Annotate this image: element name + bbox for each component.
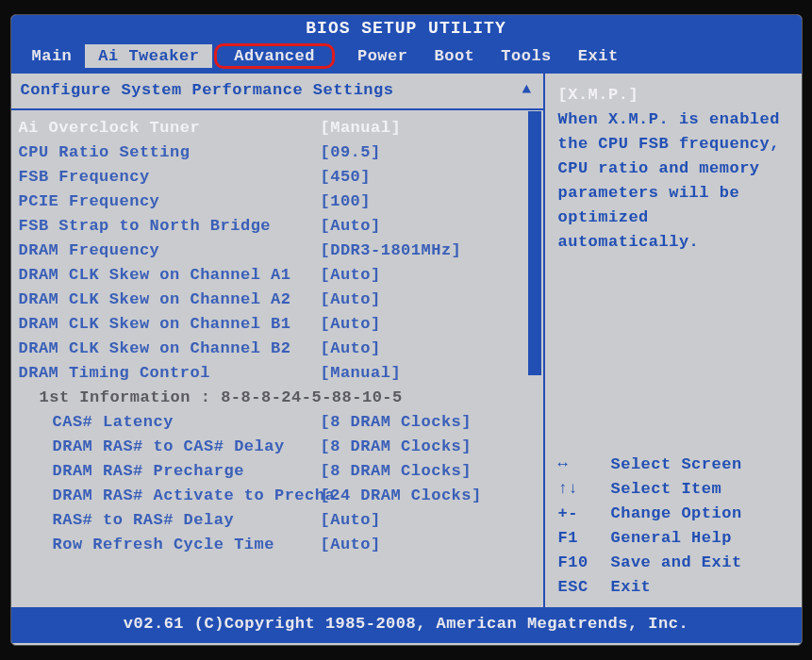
setting-ai-overclock-tuner[interactable]: Ai Overclock Tuner [Manual] bbox=[19, 116, 538, 140]
setting-ras-to-ras[interactable]: RAS# to RAS# Delay [Auto] bbox=[19, 508, 538, 533]
setting-dram-clk-b1[interactable]: DRAM CLK Skew on Channel B1 [Auto] bbox=[19, 312, 538, 337]
help-panel: [X.M.P.] When X.M.P. is enabled the CPU … bbox=[545, 74, 802, 607]
key-legend: ↔ Select Screen ↑↓ Select Item +- Change… bbox=[545, 451, 802, 607]
setting-label: FSB Frequency bbox=[19, 165, 321, 190]
legend-select-item: ↑↓ Select Item bbox=[558, 477, 796, 502]
legend-desc: Select Item bbox=[611, 477, 722, 502]
help-line: the CPU FSB frequency, bbox=[558, 132, 792, 157]
setting-value: [8 DRAM Clocks] bbox=[321, 435, 472, 459]
setting-value: [Auto] bbox=[321, 312, 381, 337]
help-title: [X.M.P.] bbox=[558, 83, 792, 107]
settings-list: Ai Overclock Tuner [Manual] CPU Ratio Se… bbox=[11, 110, 543, 557]
legend-exit: ESC Exit bbox=[558, 575, 796, 600]
panel-title: Configure System Performance Settings bbox=[21, 81, 394, 99]
legend-save-exit: F10 Save and Exit bbox=[558, 551, 796, 575]
setting-label: DRAM Timing Control bbox=[19, 361, 321, 386]
setting-dram-clk-b2[interactable]: DRAM CLK Skew on Channel B2 [Auto] bbox=[19, 337, 538, 361]
legend-desc: Save and Exit bbox=[611, 551, 742, 575]
legend-desc: Change Option bbox=[611, 502, 742, 526]
app-title: BIOS SETUP UTILITY bbox=[11, 15, 802, 40]
setting-value: [8 DRAM Clocks] bbox=[321, 459, 472, 484]
legend-change-option: +- Change Option bbox=[558, 502, 796, 526]
setting-value: [Manual] bbox=[321, 116, 402, 140]
tab-bar: Main Ai Tweaker Advanced Power Boot Tool… bbox=[11, 40, 802, 72]
legend-key: F10 bbox=[558, 551, 611, 575]
setting-value: [09.5] bbox=[321, 140, 381, 165]
setting-label: Row Refresh Cycle Time bbox=[19, 533, 321, 557]
setting-dram-frequency[interactable]: DRAM Frequency [DDR3-1801MHz] bbox=[19, 239, 538, 263]
legend-key: F1 bbox=[558, 526, 611, 551]
tab-power[interactable]: Power bbox=[344, 44, 422, 68]
footer: v02.61 (C)Copyright 1985-2008, American … bbox=[11, 607, 802, 643]
help-line: parameters will be bbox=[558, 181, 792, 206]
legend-select-screen: ↔ Select Screen bbox=[558, 453, 796, 477]
legend-desc: Exit bbox=[611, 575, 652, 600]
setting-row-refresh[interactable]: Row Refresh Cycle Time [Auto] bbox=[19, 533, 538, 557]
setting-dram-timing[interactable]: DRAM Timing Control [Manual] bbox=[19, 361, 538, 386]
setting-value: [24 DRAM Clocks] bbox=[321, 484, 482, 508]
setting-cas-latency[interactable]: CAS# Latency [8 DRAM Clocks] bbox=[19, 410, 538, 435]
tab-advanced[interactable]: Advanced bbox=[214, 43, 335, 69]
scrollbar[interactable] bbox=[528, 111, 541, 607]
setting-label: Ai Overclock Tuner bbox=[19, 116, 321, 140]
panel-header: Configure System Performance Settings ▲ bbox=[11, 74, 543, 110]
legend-key: ESC bbox=[558, 575, 611, 600]
legend-general-help: F1 General Help bbox=[558, 526, 796, 551]
setting-dram-clk-a1[interactable]: DRAM CLK Skew on Channel A1 [Auto] bbox=[19, 263, 538, 288]
help-text: [X.M.P.] When X.M.P. is enabled the CPU … bbox=[545, 74, 802, 451]
setting-label: DRAM RAS# to CAS# Delay bbox=[19, 435, 321, 459]
help-line: automatically. bbox=[558, 230, 792, 255]
setting-ras-precharge[interactable]: DRAM RAS# Precharge [8 DRAM Clocks] bbox=[19, 459, 538, 484]
setting-fsb-frequency[interactable]: FSB Frequency [450] bbox=[19, 165, 538, 190]
setting-label: DRAM Frequency bbox=[19, 239, 321, 263]
setting-ras-to-cas[interactable]: DRAM RAS# to CAS# Delay [8 DRAM Clocks] bbox=[19, 435, 538, 459]
setting-label: CPU Ratio Setting bbox=[19, 140, 321, 165]
scroll-up-icon[interactable]: ▲ bbox=[522, 81, 533, 98]
setting-ras-activate[interactable]: DRAM RAS# Activate to Precha [24 DRAM Cl… bbox=[19, 484, 538, 508]
setting-label: PCIE Frequency bbox=[19, 190, 321, 214]
legend-desc: Select Screen bbox=[611, 453, 742, 477]
setting-label: DRAM CLK Skew on Channel A2 bbox=[19, 288, 321, 312]
top-bar: BIOS SETUP UTILITY Main Ai Tweaker Advan… bbox=[11, 15, 802, 74]
timing-info: 1st Information : 8-8-8-24-5-88-10-5 bbox=[19, 386, 538, 410]
setting-label: DRAM RAS# Precharge bbox=[19, 459, 321, 484]
setting-value: [8 DRAM Clocks] bbox=[321, 410, 472, 435]
setting-value: [DDR3-1801MHz] bbox=[321, 239, 462, 263]
setting-value: [Auto] bbox=[321, 337, 381, 361]
setting-cpu-ratio[interactable]: CPU Ratio Setting [09.5] bbox=[19, 140, 538, 165]
help-line: CPU ratio and memory bbox=[558, 157, 792, 181]
tab-main[interactable]: Main bbox=[19, 44, 86, 68]
settings-panel: Configure System Performance Settings ▲ … bbox=[11, 74, 545, 607]
workspace: Configure System Performance Settings ▲ … bbox=[11, 74, 802, 607]
bios-window: BIOS SETUP UTILITY Main Ai Tweaker Advan… bbox=[10, 14, 803, 646]
setting-label: DRAM RAS# Activate to Precha bbox=[19, 484, 321, 508]
setting-fsb-strap[interactable]: FSB Strap to North Bridge [Auto] bbox=[19, 214, 538, 239]
setting-pcie-frequency[interactable]: PCIE Frequency [100] bbox=[19, 190, 538, 214]
tab-exit[interactable]: Exit bbox=[565, 44, 632, 68]
setting-label: FSB Strap to North Bridge bbox=[19, 214, 321, 239]
setting-value: [450] bbox=[321, 165, 372, 190]
setting-value: [Auto] bbox=[321, 288, 381, 312]
setting-value: [Auto] bbox=[321, 533, 381, 557]
scrollbar-thumb[interactable] bbox=[528, 111, 541, 375]
setting-label: RAS# to RAS# Delay bbox=[19, 508, 321, 533]
setting-value: [Manual] bbox=[321, 361, 402, 386]
setting-value: [100] bbox=[321, 190, 372, 214]
setting-value: [Auto] bbox=[321, 263, 381, 288]
help-line: optimized bbox=[558, 206, 792, 230]
setting-label: DRAM CLK Skew on Channel B2 bbox=[19, 337, 321, 361]
setting-label: DRAM CLK Skew on Channel A1 bbox=[19, 263, 321, 288]
setting-value: [Auto] bbox=[321, 214, 381, 239]
legend-key: +- bbox=[558, 502, 611, 526]
legend-key: ↔ bbox=[558, 453, 611, 477]
help-line: When X.M.P. is enabled bbox=[558, 107, 792, 132]
setting-label: DRAM CLK Skew on Channel B1 bbox=[19, 312, 321, 337]
setting-value: [Auto] bbox=[321, 508, 381, 533]
tab-tools[interactable]: Tools bbox=[488, 44, 565, 68]
tab-boot[interactable]: Boot bbox=[421, 44, 488, 68]
legend-desc: General Help bbox=[611, 526, 732, 551]
setting-label: CAS# Latency bbox=[19, 410, 321, 435]
setting-dram-clk-a2[interactable]: DRAM CLK Skew on Channel A2 [Auto] bbox=[19, 288, 538, 312]
tab-ai-tweaker[interactable]: Ai Tweaker bbox=[85, 44, 212, 68]
legend-key: ↑↓ bbox=[558, 477, 611, 502]
